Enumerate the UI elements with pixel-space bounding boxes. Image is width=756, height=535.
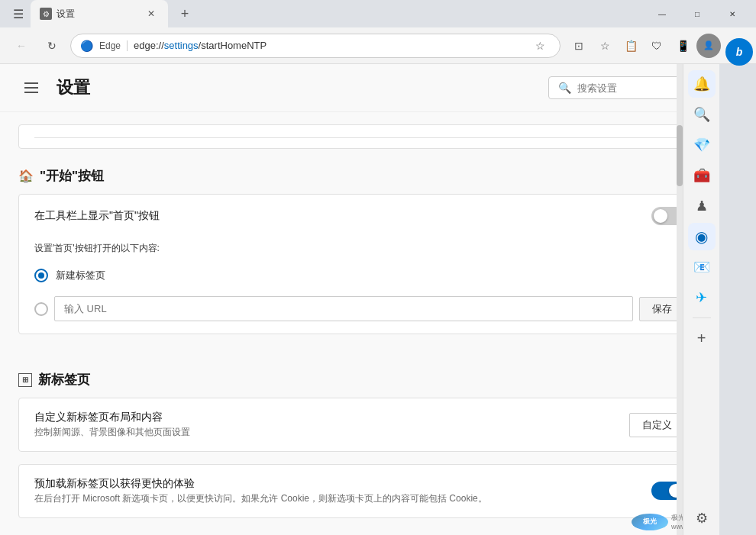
show-home-button-label: 在工具栏上显示"首页"按钮 [34,209,651,223]
new-tab-radio-row[interactable]: 新建标签页 [19,261,700,290]
address-path: settings [164,40,199,51]
scrollbar-track [677,64,683,535]
main-area: 设置 🔍 🏠 "开始"按钮 [0,64,719,535]
right-sidebar: 🔔 🔍 💎 🧰 ♟ ◉ 📧 ✈ [683,64,719,535]
browser-essentials-icon[interactable]: 🛡 [645,34,669,58]
new-tab-radio[interactable] [34,269,48,282]
customize-new-tab-left: 自定义新标签页布局和内容 控制新闻源、背景图像和其他页面设置 [34,411,629,439]
sidebar-edge-circle-icon[interactable]: ◉ [688,223,716,250]
home-section-icon: 🏠 [18,169,34,183]
address-page: /startHomeNTP [199,40,267,51]
customize-new-tab-sub: 控制新闻源、背景图像和其他页面设置 [34,426,629,439]
close-btn[interactable]: ✕ [715,0,750,27]
search-input[interactable] [577,82,692,94]
start-button-section-header: 🏠 "开始"按钮 [18,167,701,185]
settings-header: 设置 🔍 [0,64,719,112]
settings-content: 设置 🔍 🏠 "开始"按钮 [0,64,719,535]
sidebar-games-icon[interactable]: ♟ [688,192,716,220]
search-icon: 🔍 [558,82,571,94]
watermark-logo: 极光 [632,514,668,530]
sidebar-search-icon[interactable]: 🔍 [688,101,716,128]
customize-new-tab-row: 自定义新标签页布局和内容 控制新闻源、背景图像和其他页面设置 自定义 [19,398,700,451]
new-tab-radio-label: 新建标签页 [56,269,105,282]
show-home-button-row: 在工具栏上显示"首页"按钮 [19,195,700,237]
customize-new-tab-label: 自定义新标签页布局和内容 [34,411,629,424]
address-input-wrap[interactable]: 🔵 Edge edge://settings/startHomeNTP ☆ [70,34,561,58]
window-controls: — □ ✕ [645,0,750,27]
toolbar-icons: ⊡ ☆ 📋 🛡 📱 👤 ··· [567,34,747,58]
sidebar-briefcase-icon[interactable]: 🧰 [688,162,716,189]
customize-new-tab-card: 自定义新标签页布局和内容 控制新闻源、背景图像和其他页面设置 自定义 [18,398,701,452]
address-text: edge://settings/startHomeNTP [134,40,523,51]
phone-icon[interactable]: 📱 [670,34,695,58]
show-home-button-label-area: 在工具栏上显示"首页"按钮 [34,209,651,223]
hamburger-menu-btn[interactable] [18,76,44,99]
url-input-field[interactable] [54,296,633,321]
sidebar-toggle-btn[interactable]: ☰ [6,0,31,27]
start-button-section: 🏠 "开始"按钮 在工具栏上显示"首页"按钮 [0,149,719,353]
preload-new-tab-row: 预加载新标签页以获得更快的体验 在后台打开 Microsoft 新选项卡页，以便… [19,465,700,517]
tab-close-btn[interactable]: ✕ [144,6,159,21]
scrollbar-thumb[interactable] [677,125,683,186]
start-button-card: 在工具栏上显示"首页"按钮 设置'首页'按钮打开的以下内容: [18,194,701,334]
edge-logo-icon: 🔵 [80,40,93,52]
url-radio[interactable] [34,302,48,316]
sidebar-outlook-icon[interactable]: 📧 [688,253,716,281]
address-icons: ☆ [529,35,551,56]
preload-new-tab-card: 预加载新标签页以获得更快的体验 在后台打开 Microsoft 新选项卡页，以便… [18,464,701,518]
settings-title-area: 设置 [18,76,90,99]
settings-tab[interactable]: ⚙ 设置 ✕ [31,0,168,27]
title-bar-left: ☰ ⚙ 设置 ✕ + [6,0,199,27]
collections-icon[interactable]: 📋 [619,34,643,58]
favorites-toolbar-icon[interactable]: ☆ [593,34,617,58]
minimize-btn[interactable]: — [645,0,680,27]
new-tab-section: ⊞ 新标签页 自定义新标签页布局和内容 控制新闻源、背景图像和其他页面设置 自定… [0,353,719,535]
new-tab-section-icon: ⊞ [18,373,32,387]
settings-body: 🏠 "开始"按钮 在工具栏上显示"首页"按钮 [0,124,719,535]
sidebar-notification-icon[interactable]: 🔔 [688,70,716,98]
preload-new-tab-label: 预加载新标签页以获得更快的体验 [34,477,651,491]
refresh-btn[interactable]: ↻ [40,34,64,58]
split-screen-icon[interactable]: ⊡ [567,34,591,58]
new-tab-section-header: ⊞ 新标签页 [18,371,701,388]
home-button-sub-label-row: 设置'首页'按钮打开的以下内容: [19,237,700,261]
tab-favicon: ⚙ [40,8,52,20]
toggle-knob [654,209,667,223]
top-partial-card [18,124,701,149]
bing-btn[interactable]: b [725,38,753,66]
preload-new-tab-sub: 在后台打开 Microsoft 新选项卡页，以便更快访问。如果允许 Cookie… [34,492,554,505]
sidebar-message-icon[interactable]: ✈ [688,284,716,311]
url-input-row: 保存 [19,290,700,334]
edge-label: Edge [99,40,128,51]
tab-title: 设置 [57,8,139,21]
home-button-sub-label: 设置'首页'按钮打开的以下内容: [34,243,160,253]
page-title: 设置 [57,76,90,99]
sidebar-settings-bottom-icon[interactable]: ⚙ [688,504,716,532]
address-protocol: edge:// [134,40,164,51]
new-tab-btn[interactable]: + [171,0,199,27]
new-tab-section-title: 新标签页 [38,371,90,388]
maximize-btn[interactable]: □ [680,0,715,27]
radio-inner [38,272,44,279]
preload-new-tab-left: 预加载新标签页以获得更快的体验 在后台打开 Microsoft 新选项卡页，以便… [34,477,651,505]
address-bar: ← ↻ 🔵 Edge edge://settings/startHomeNTP … [0,27,756,64]
star-icon[interactable]: ☆ [529,35,551,56]
title-bar: ☰ ⚙ 设置 ✕ + — □ ✕ [0,0,756,27]
profile-icon[interactable]: 👤 [696,34,721,58]
sidebar-add-btn[interactable]: + [688,324,716,352]
sidebar-favorites-icon[interactable]: 💎 [688,131,716,159]
sidebar-divider [693,317,711,318]
back-btn[interactable]: ← [9,34,34,58]
start-button-section-title: "开始"按钮 [40,167,104,185]
